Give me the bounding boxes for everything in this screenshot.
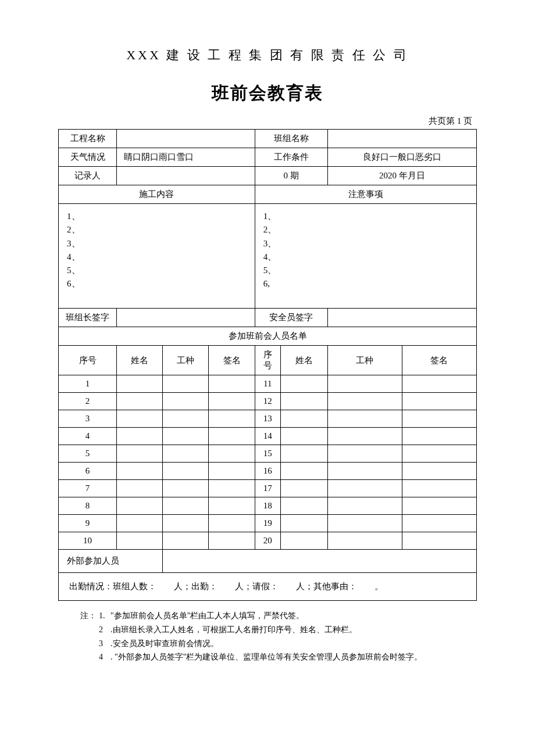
col-name-left: 姓名 bbox=[117, 346, 163, 375]
table-cell[interactable] bbox=[163, 410, 209, 428]
table-cell[interactable] bbox=[209, 375, 255, 393]
table-cell[interactable] bbox=[117, 445, 163, 463]
table-cell[interactable] bbox=[163, 463, 209, 480]
table-cell[interactable] bbox=[117, 375, 163, 393]
row-num: 16 bbox=[255, 463, 280, 480]
table-cell[interactable] bbox=[117, 532, 163, 550]
col-name-right: 姓名 bbox=[280, 346, 327, 375]
table-cell[interactable] bbox=[280, 532, 327, 550]
table-cell[interactable] bbox=[327, 428, 402, 445]
weather-value[interactable]: 睛口阴口雨口雪口 bbox=[117, 148, 255, 167]
note-1: "参加班前会人员名单"栏由工人本人填写，严禁代签。 bbox=[110, 609, 304, 623]
date-value[interactable]: 2020 年月日 bbox=[327, 167, 476, 185]
precaution-items: 1、 2、 3、 4、 5、 6, bbox=[263, 210, 468, 291]
note-num-1: 1. bbox=[99, 609, 110, 623]
precautions-content[interactable]: 1、 2、 3、 4、 5、 6, bbox=[255, 204, 476, 309]
table-cell[interactable] bbox=[209, 445, 255, 463]
table-cell[interactable] bbox=[117, 515, 163, 532]
company-header: XXX 建 设 工 程 集 团 有 限 责 任 公 司 bbox=[58, 46, 477, 64]
table-cell[interactable] bbox=[209, 428, 255, 445]
recorder-value[interactable] bbox=[117, 167, 255, 185]
col-worktype-left: 工种 bbox=[163, 346, 209, 375]
external-value[interactable] bbox=[163, 550, 477, 573]
table-cell[interactable] bbox=[163, 375, 209, 393]
table-cell[interactable] bbox=[327, 375, 402, 393]
table-cell[interactable] bbox=[163, 393, 209, 410]
table-cell[interactable] bbox=[280, 375, 327, 393]
row-num: 6 bbox=[59, 463, 117, 480]
table-cell[interactable] bbox=[209, 515, 255, 532]
table-cell[interactable] bbox=[209, 497, 255, 515]
table-cell[interactable] bbox=[402, 463, 476, 480]
team-name-value[interactable] bbox=[327, 130, 476, 148]
work-cond-label: 工作条件 bbox=[255, 148, 327, 167]
table-cell[interactable] bbox=[402, 515, 476, 532]
table-cell[interactable] bbox=[402, 375, 476, 393]
safety-sign-value[interactable] bbox=[327, 309, 476, 327]
table-cell[interactable] bbox=[117, 480, 163, 497]
table-cell[interactable] bbox=[327, 515, 402, 532]
team-name-label: 班组名称 bbox=[255, 130, 327, 148]
page-info: 共页第 1 页 bbox=[58, 116, 477, 127]
note-num-2: 2 bbox=[99, 623, 110, 637]
row-num: 14 bbox=[255, 428, 280, 445]
table-cell[interactable] bbox=[117, 410, 163, 428]
table-cell[interactable] bbox=[280, 393, 327, 410]
table-cell[interactable] bbox=[402, 445, 476, 463]
form-title: 班前会教育表 bbox=[58, 81, 477, 105]
row-num: 7 bbox=[59, 480, 117, 497]
notes: 注： 1. "参加班前会人员名单"栏由工人本人填写，严禁代签。 2 .由班组长录… bbox=[58, 609, 477, 664]
col-sign-right: 签名 bbox=[402, 346, 476, 375]
row-num: 3 bbox=[59, 410, 117, 428]
table-cell[interactable] bbox=[280, 497, 327, 515]
col-seq-left: 序号 bbox=[59, 346, 117, 375]
table-cell[interactable] bbox=[280, 480, 327, 497]
table-cell[interactable] bbox=[117, 463, 163, 480]
table-cell[interactable] bbox=[402, 393, 476, 410]
table-cell[interactable] bbox=[163, 428, 209, 445]
table-cell[interactable] bbox=[402, 497, 476, 515]
table-cell[interactable] bbox=[163, 480, 209, 497]
row-num: 18 bbox=[255, 497, 280, 515]
table-cell[interactable] bbox=[402, 532, 476, 550]
table-cell[interactable] bbox=[280, 463, 327, 480]
leader-sign-value[interactable] bbox=[117, 309, 255, 327]
table-cell[interactable] bbox=[280, 428, 327, 445]
table-cell[interactable] bbox=[209, 480, 255, 497]
leader-sign-label: 班组长签字 bbox=[59, 309, 117, 327]
table-cell[interactable] bbox=[117, 497, 163, 515]
table-cell[interactable] bbox=[327, 480, 402, 497]
project-name-value[interactable] bbox=[117, 130, 255, 148]
table-cell[interactable] bbox=[209, 410, 255, 428]
construction-content[interactable]: 1、 2、 3、 4、 5、 6、 bbox=[59, 204, 255, 309]
table-cell[interactable] bbox=[209, 532, 255, 550]
table-cell[interactable] bbox=[402, 410, 476, 428]
attendance-text[interactable]: 出勤情况：班组人数： 人；出勤： 人；请假： 人；其他事由： 。 bbox=[59, 573, 477, 601]
table-cell[interactable] bbox=[327, 445, 402, 463]
row-num: 12 bbox=[255, 393, 280, 410]
table-cell[interactable] bbox=[327, 393, 402, 410]
row-num: 13 bbox=[255, 410, 280, 428]
table-cell[interactable] bbox=[163, 515, 209, 532]
table-cell[interactable] bbox=[327, 410, 402, 428]
table-cell[interactable] bbox=[163, 445, 209, 463]
table-cell[interactable] bbox=[402, 480, 476, 497]
table-cell[interactable] bbox=[117, 393, 163, 410]
row-num: 19 bbox=[255, 515, 280, 532]
table-cell[interactable] bbox=[163, 532, 209, 550]
table-cell[interactable] bbox=[402, 428, 476, 445]
table-cell[interactable] bbox=[209, 393, 255, 410]
work-cond-value[interactable]: 良好口一般口恶劣口 bbox=[327, 148, 476, 167]
table-cell[interactable] bbox=[280, 410, 327, 428]
project-name-label: 工程名称 bbox=[59, 130, 117, 148]
table-cell[interactable] bbox=[327, 532, 402, 550]
table-cell[interactable] bbox=[280, 445, 327, 463]
table-cell[interactable] bbox=[327, 497, 402, 515]
table-cell[interactable] bbox=[209, 463, 255, 480]
note-2: .由班组长录入工人姓名，可根据工人名册打印序号、姓名、工种栏。 bbox=[110, 623, 357, 637]
row-num: 8 bbox=[59, 497, 117, 515]
table-cell[interactable] bbox=[280, 515, 327, 532]
table-cell[interactable] bbox=[163, 497, 209, 515]
table-cell[interactable] bbox=[117, 428, 163, 445]
table-cell[interactable] bbox=[327, 463, 402, 480]
